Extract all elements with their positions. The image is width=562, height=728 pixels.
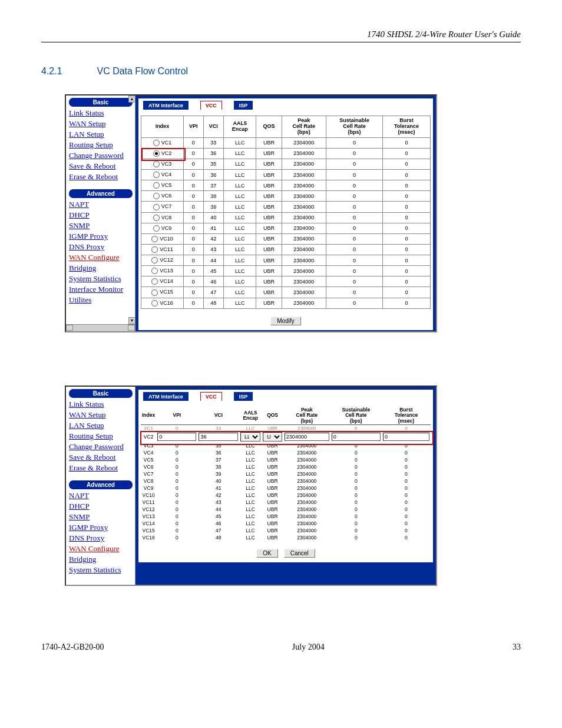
row-radio[interactable]: [153, 150, 160, 157]
burst-input[interactable]: [383, 433, 429, 441]
row-index: VC16: [160, 300, 173, 306]
cell-vpi: 0: [156, 442, 197, 449]
sidebar-item-snmp[interactable]: SNMP: [68, 220, 135, 231]
qos-select[interactable]: UBR: [263, 432, 282, 442]
sidebar-item-interface-monitor[interactable]: Interface Monitor: [68, 284, 135, 295]
scroll-down-icon[interactable]: ▾: [128, 317, 135, 324]
row-radio[interactable]: [151, 236, 158, 242]
row-radio[interactable]: [153, 215, 160, 221]
sidebar-item-dhcp[interactable]: DHCP: [68, 501, 135, 512]
sidebar-item-link-status[interactable]: Link Status: [68, 108, 135, 118]
sidebar-item-change-password[interactable]: Change Password: [68, 442, 135, 452]
scroll-up-icon[interactable]: ▴: [128, 95, 135, 103]
sidebar-item-igmp-proxy[interactable]: IGMP Proxy: [68, 522, 135, 533]
row-radio[interactable]: [151, 300, 158, 307]
sidebar-item-dhcp[interactable]: DHCP: [68, 210, 135, 220]
cell-burst: 0: [382, 492, 431, 499]
sidebar-item-wan-setup[interactable]: WAN Setup: [68, 410, 135, 420]
tab-atm-interface[interactable]: ATM Interface: [143, 101, 189, 110]
cell-burst: 0: [382, 485, 431, 492]
row-index: VC15: [160, 289, 173, 295]
encap-select[interactable]: LLC: [240, 432, 260, 442]
row-radio[interactable]: [153, 193, 160, 199]
ok-button[interactable]: OK: [256, 549, 277, 558]
table-row[interactable]: VC10042LLCUBR230400000: [141, 233, 431, 244]
sidebar-item-wan-configure[interactable]: WAN Configure: [68, 252, 135, 263]
sidebar-item-wan-configure[interactable]: WAN Configure: [68, 543, 135, 554]
table-row[interactable]: VC13045LLCUBR230400000: [141, 266, 431, 276]
table-row[interactable]: VC3035LLCUBR230400000: [141, 159, 431, 169]
row-radio[interactable]: [151, 268, 158, 274]
cell-encap: LLC: [224, 266, 256, 276]
row-radio[interactable]: [153, 182, 160, 189]
table-row[interactable]: VC4036LLCUBR230400000: [141, 170, 431, 180]
sidebar-item-napt[interactable]: NAPT: [68, 490, 135, 501]
sidebar-item-system-statistics[interactable]: System Statistics: [68, 565, 135, 575]
table-row[interactable]: VC16048LLCUBR230400000: [141, 298, 431, 308]
cell-sus: 0: [326, 148, 382, 159]
sidebar-item-erase-reboot[interactable]: Erase & Reboot: [68, 172, 135, 182]
sidebar-item-change-password[interactable]: Change Password: [68, 150, 135, 161]
row-radio[interactable]: [153, 161, 160, 167]
vci-input[interactable]: [199, 433, 238, 441]
cell-idx: VC11: [141, 499, 156, 506]
sidebar-item-bridging[interactable]: Bridging: [68, 554, 135, 565]
sidebar-item-routing-setup[interactable]: Routing Setup: [68, 431, 135, 442]
sidebar-item-system-statistics[interactable]: System Statistics: [68, 274, 135, 284]
sustainable-input[interactable]: [332, 433, 381, 441]
sidebar-item-utilites[interactable]: Utilites: [68, 295, 135, 305]
sidebar-item-snmp[interactable]: SNMP: [68, 512, 135, 522]
cell-sus: 0: [326, 298, 382, 308]
vpi-input[interactable]: [157, 433, 196, 441]
table-row[interactable]: VC14046LLCUBR230400000: [141, 276, 431, 287]
row-radio[interactable]: [151, 289, 158, 296]
peak-input[interactable]: [285, 433, 329, 441]
modify-button[interactable]: Modify: [270, 317, 300, 325]
cancel-button[interactable]: Cancel: [284, 549, 315, 558]
sidebar-item-bridging[interactable]: Bridging: [68, 263, 135, 274]
tab-vcc[interactable]: VCC: [200, 392, 222, 401]
sidebar-item-lan-setup[interactable]: LAN Setup: [68, 420, 135, 431]
sidebar-item-dns-proxy[interactable]: DNS Proxy: [68, 242, 135, 252]
table-row[interactable]: VC8040LLCUBR230400000: [141, 212, 431, 223]
row-index: VC2: [141, 431, 156, 442]
row-radio[interactable]: [151, 246, 158, 253]
table-row[interactable]: VC11043LLCUBR230400000: [141, 244, 431, 255]
row-radio[interactable]: [153, 225, 160, 232]
table-row[interactable]: VC6038LLCUBR230400000: [141, 191, 431, 202]
tab-isp[interactable]: ISP: [234, 101, 253, 110]
cell-burst: 0: [382, 233, 430, 244]
sidebar-item-igmp-proxy[interactable]: IGMP Proxy: [68, 231, 135, 242]
sidebar-item-erase-reboot[interactable]: Erase & Reboot: [68, 463, 135, 473]
cell-vpi: 0: [183, 170, 203, 180]
table-row[interactable]: VC2036LLCUBR230400000: [141, 148, 431, 159]
table-row[interactable]: VC12044LLCUBR230400000: [141, 255, 431, 266]
tab-isp[interactable]: ISP: [234, 392, 253, 401]
scroll-horizontal[interactable]: [66, 324, 135, 331]
cell-encap: LLC: [224, 276, 256, 287]
row-radio[interactable]: [151, 257, 158, 263]
sidebar-item-save-reboot[interactable]: Save & Reboot: [68, 161, 135, 172]
cell-peak: 2304000: [283, 470, 330, 477]
sidebar-item-dns-proxy[interactable]: DNS Proxy: [68, 533, 135, 543]
sidebar-item-routing-setup[interactable]: Routing Setup: [68, 140, 135, 150]
row-radio[interactable]: [153, 172, 160, 178]
sidebar-item-link-status[interactable]: Link Status: [68, 399, 135, 410]
tab-atm-interface[interactable]: ATM Interface: [143, 392, 189, 401]
table-row[interactable]: VC1033LLCUBR230400000: [141, 137, 431, 148]
table-row[interactable]: VC15047LLCUBR230400000: [141, 287, 431, 298]
sidebar-item-lan-setup[interactable]: LAN Setup: [68, 129, 135, 140]
cell-burst: 0: [382, 499, 431, 506]
table-row[interactable]: VC5037LLCUBR230400000: [141, 180, 431, 191]
cell-qos: UBR: [256, 223, 282, 233]
row-radio[interactable]: [153, 140, 160, 146]
edit-row: VC2LLCUBR: [141, 431, 431, 442]
table-row[interactable]: VC7039LLCUBR230400000: [141, 202, 431, 212]
row-radio[interactable]: [153, 204, 160, 210]
tab-vcc[interactable]: VCC: [200, 101, 222, 110]
sidebar-item-save-reboot[interactable]: Save & Reboot: [68, 452, 135, 463]
sidebar-item-napt[interactable]: NAPT: [68, 199, 135, 210]
table-row[interactable]: VC9041LLCUBR230400000: [141, 223, 431, 233]
sidebar-item-wan-setup[interactable]: WAN Setup: [68, 118, 135, 129]
row-radio[interactable]: [151, 278, 158, 285]
